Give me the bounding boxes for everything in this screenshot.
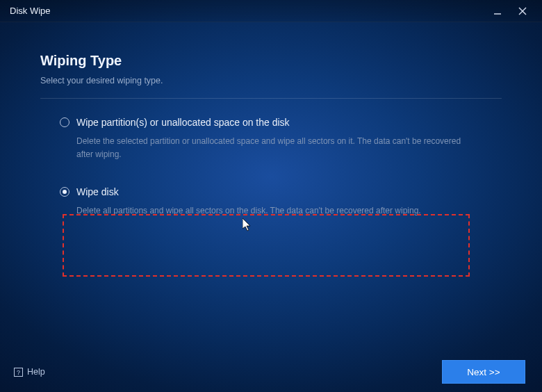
minimize-button[interactable] (485, 3, 510, 19)
page-heading: Wiping Type (40, 53, 502, 69)
svg-text:?: ? (17, 369, 20, 376)
next-button[interactable]: Next >> (442, 360, 525, 384)
divider (40, 98, 502, 99)
help-link[interactable]: ? Help (14, 367, 45, 377)
window-title: Disk Wipe (10, 6, 485, 16)
help-label: Help (27, 367, 45, 377)
option-wipe-disk[interactable]: Wipe disk Delete all partitions and wipe… (60, 186, 498, 218)
radio-wipe-partition[interactable] (60, 117, 69, 127)
close-button[interactable] (510, 3, 535, 19)
titlebar: Disk Wipe (0, 0, 542, 22)
option-description: Delete all partitions and wipe all secto… (76, 204, 466, 218)
cursor-icon (243, 218, 254, 235)
next-label: Next >> (467, 367, 500, 377)
minimize-icon (493, 7, 502, 15)
option-label: Wipe partition(s) or unallocated space o… (76, 117, 290, 128)
radio-wipe-disk[interactable] (60, 187, 69, 197)
option-description: Delete the selected partition or unalloc… (76, 135, 466, 161)
close-icon (518, 7, 527, 15)
page-subheading: Select your desired wiping type. (40, 76, 502, 85)
options-group: Wipe partition(s) or unallocated space o… (40, 117, 502, 218)
footer: ? Help Next >> (0, 352, 542, 392)
option-wipe-partition[interactable]: Wipe partition(s) or unallocated space o… (60, 117, 498, 161)
help-icon: ? (14, 368, 23, 377)
disk-wipe-window: Disk Wipe Wiping Type Select your desire… (0, 0, 542, 392)
content-area: Wiping Type Select your desired wiping t… (0, 22, 542, 218)
highlight-annotation (63, 214, 470, 277)
option-label: Wipe disk (76, 186, 119, 197)
